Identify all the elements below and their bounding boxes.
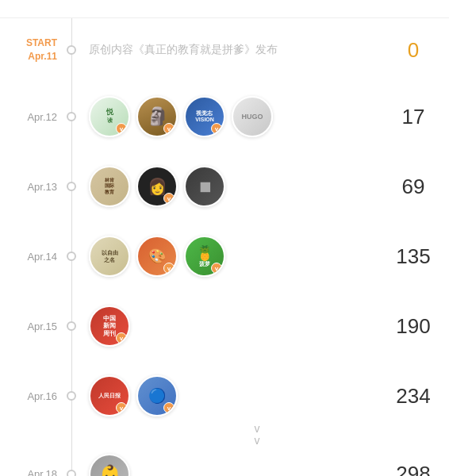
row-content: 👶v [79, 454, 378, 476]
row-content: 中国新闻周刊 v [79, 305, 378, 347]
row-date: Apr.16 [0, 390, 63, 402]
avatar-badge: v [163, 193, 175, 204]
avatar-badge: v [211, 263, 222, 274]
timeline: STARTApr.11原创内容《真正的教育就是拼爹》发布0Apr.12 悦 读 … [0, 18, 449, 476]
timeline-dot [63, 182, 79, 191]
chevron-down-icon: vv [65, 423, 449, 447]
row-count: 234 [378, 384, 449, 409]
row-date: Apr.18 [0, 468, 63, 476]
avatar: 👩v [136, 166, 178, 207]
row-date: Apr.13 [0, 181, 63, 193]
row-count: 69 [378, 175, 449, 199]
avatar-badge: v [116, 123, 127, 134]
timeline-row: Apr.16 人民日报 v🔵v234 [0, 361, 449, 431]
timeline-dot [63, 470, 79, 476]
timeline-dot [63, 321, 79, 331]
avatar: 悦 读 v [89, 96, 130, 137]
timeline-dot [63, 251, 79, 261]
avatar: ◼ [184, 166, 225, 207]
row-count: 17 [378, 105, 449, 129]
timeline-row: Apr.14 以自由之名 🎨v 🍍 菠萝 v135 [0, 221, 449, 291]
avatar: 视觉志VISION v [184, 96, 225, 137]
row-count: 298 [378, 462, 449, 476]
row-count: 190 [378, 314, 449, 339]
row-text: 原创内容《真正的教育就是拼爹》发布 [89, 43, 278, 57]
avatar: HUGO [232, 96, 273, 137]
avatar-badge: v [116, 402, 127, 413]
timeline-dot [63, 45, 79, 55]
avatar: 以自由之名 [89, 236, 130, 277]
avatar: 🍍 菠萝 v [184, 236, 225, 277]
row-count: 135 [378, 244, 449, 269]
avatar-badge: v [163, 263, 175, 274]
avatar: 人民日报 v [89, 375, 130, 416]
row-date: STARTApr.11 [0, 36, 63, 63]
timeline-row: STARTApr.11原创内容《真正的教育就是拼爹》发布0 [0, 18, 449, 82]
avatar: 🔵v [136, 375, 178, 416]
timeline-row: Apr.12 悦 读 v🗿v 视觉志VISION v HUGO 17 [0, 82, 449, 152]
timeline-row: Apr.13 林肯国际教育 👩v◼69 [0, 152, 449, 221]
avatar-badge: v [116, 332, 127, 344]
avatar: 林肯国际教育 [89, 166, 130, 207]
row-content: 悦 读 v🗿v 视觉志VISION v HUGO [79, 96, 378, 137]
timeline-dot [63, 112, 79, 121]
row-content: 以自由之名 🎨v 🍍 菠萝 v [79, 236, 378, 277]
row-content: 林肯国际教育 👩v◼ [79, 166, 378, 207]
avatar-badge: v [163, 402, 175, 413]
avatar: 🎨v [136, 236, 178, 277]
avatar: 🗿v [136, 96, 178, 137]
row-date: Apr.12 [0, 111, 63, 123]
avatar-badge: v [163, 123, 175, 134]
row-date: Apr.15 [0, 321, 63, 332]
table-header [0, 0, 449, 18]
row-content: 原创内容《真正的教育就是拼爹》发布 [79, 43, 378, 57]
avatar-badge: v [211, 123, 222, 134]
timeline-row: Apr.15 中国新闻周刊 v190 [0, 291, 449, 361]
row-count: 0 [378, 38, 449, 63]
avatar: 中国新闻周刊 v [89, 305, 130, 347]
row-content: 人民日报 v🔵v [79, 375, 378, 416]
avatar: 👶v [89, 454, 130, 476]
row-date: Apr.14 [0, 251, 63, 263]
timeline-dot [63, 391, 79, 401]
